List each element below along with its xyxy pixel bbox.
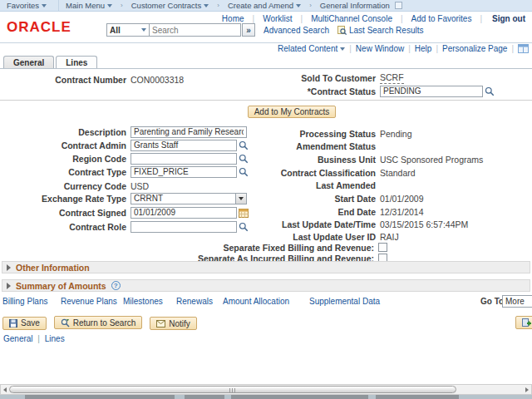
tab-general[interactable]: General bbox=[3, 56, 54, 69]
contract-admin-input[interactable] bbox=[131, 140, 237, 151]
general-form: Contract Number CON0003318 Sold To Custo… bbox=[0, 69, 532, 260]
breadcrumb-customer-contracts[interactable]: Customer Contracts bbox=[125, 0, 215, 12]
favorites-menu[interactable]: Favorites bbox=[0, 0, 59, 12]
save-button[interactable]: Save bbox=[2, 317, 47, 330]
contract-number-value: CON0003318 bbox=[131, 75, 184, 85]
header-links: Home | Worklist | MultiChannel Console |… bbox=[214, 14, 527, 23]
contract-signed-input[interactable] bbox=[131, 207, 237, 219]
notify-button[interactable]: Notify bbox=[150, 317, 197, 330]
expand-arrow-icon bbox=[7, 264, 11, 271]
tab-lines[interactable]: Lines bbox=[56, 56, 97, 69]
region-code-label: Region Code bbox=[0, 154, 126, 164]
exchange-rate-type-select[interactable]: CRRNT bbox=[131, 193, 247, 204]
scroll-left-arrow[interactable] bbox=[3, 387, 7, 392]
contract-type-label: Contract Type bbox=[0, 167, 126, 177]
breadcrumb-general-information: General Information bbox=[313, 0, 409, 12]
personalize-page-link[interactable]: Personalize Page bbox=[442, 44, 507, 53]
advanced-search-link[interactable]: Advanced Search bbox=[264, 26, 329, 35]
lookup-icon[interactable] bbox=[485, 86, 495, 96]
notify-icon bbox=[156, 320, 165, 328]
new-window-link[interactable]: New Window bbox=[356, 44, 404, 53]
return-to-search-button[interactable]: Return to Search bbox=[54, 316, 143, 329]
business-unit-value: USC Sponsored Programs bbox=[380, 155, 483, 165]
other-information-section[interactable]: Other Information bbox=[2, 261, 530, 273]
multichannel-console-link[interactable]: MultiChannel Console bbox=[303, 14, 401, 23]
start-date-label: Start Date bbox=[274, 194, 376, 204]
last-update-datetime-label: Last Update Date/Time bbox=[274, 219, 376, 229]
currency-code-value: USD bbox=[131, 181, 149, 191]
sold-to-customer-value[interactable]: SCRF bbox=[380, 72, 404, 84]
supplemental-data-link[interactable]: Supplemental Data bbox=[309, 297, 380, 306]
home-link[interactable]: Home bbox=[214, 14, 253, 23]
revenue-plans-link[interactable]: Revenue Plans bbox=[61, 297, 117, 306]
contract-status-input[interactable] bbox=[380, 86, 483, 97]
worklist-link[interactable]: Worklist bbox=[254, 14, 300, 23]
page-links-row: Billing Plans Revenue Plans Milestones R… bbox=[0, 297, 532, 310]
renewals-link[interactable]: Renewals bbox=[176, 297, 213, 306]
chevron-down-icon bbox=[42, 4, 47, 7]
calendar-icon[interactable] bbox=[239, 208, 249, 218]
section-divider bbox=[0, 100, 532, 101]
contract-admin-label: Contract Admin bbox=[0, 140, 126, 150]
processing-status-value: Pending bbox=[380, 129, 412, 139]
dropdown-button[interactable] bbox=[235, 194, 246, 204]
exchange-rate-type-label: Exchange Rate Type bbox=[0, 194, 126, 204]
add-to-my-contracts-button[interactable]: Add to My Contracts bbox=[248, 106, 336, 118]
footer-lines-link[interactable]: Lines bbox=[45, 334, 65, 343]
currency-code-label: Currency Code bbox=[0, 181, 126, 191]
search-scope-select[interactable]: All bbox=[106, 23, 150, 37]
grid-icon[interactable] bbox=[518, 44, 529, 53]
sign-out-link[interactable]: Sign out bbox=[482, 14, 527, 23]
help-icon[interactable]: ? bbox=[111, 281, 121, 290]
search-input[interactable] bbox=[150, 23, 241, 37]
scrollbar-thumb[interactable] bbox=[9, 386, 456, 393]
amount-allocation-link[interactable]: Amount Allocation bbox=[223, 297, 289, 306]
last-amended-label: Last Amended bbox=[274, 180, 376, 190]
chevron-down-icon bbox=[296, 4, 301, 7]
footer-general-link[interactable]: General bbox=[3, 334, 33, 343]
region-code-input[interactable] bbox=[131, 153, 237, 165]
last-update-datetime-value: 03/15/2015 6:57:44PM bbox=[380, 219, 468, 229]
contract-classification-value: Standard bbox=[380, 168, 416, 178]
horizontal-scrollbar[interactable] bbox=[0, 384, 532, 395]
lookup-icon[interactable] bbox=[239, 154, 249, 164]
toolbar: Save Return to Search Notify Add bbox=[2, 316, 532, 330]
end-date-label: End Date bbox=[274, 207, 376, 217]
contract-role-input[interactable] bbox=[131, 221, 237, 233]
goto-select[interactable]: More bbox=[502, 295, 532, 308]
search-go-button[interactable]: » bbox=[242, 23, 255, 37]
related-content-menu[interactable]: Related Content bbox=[278, 44, 345, 53]
chevron-down-icon bbox=[204, 4, 209, 7]
lookup-icon[interactable] bbox=[239, 167, 249, 177]
summary-of-amounts-section[interactable]: Summary of Amounts ? bbox=[2, 279, 530, 292]
breadcrumb-main-menu[interactable]: Main Menu bbox=[59, 0, 119, 12]
breadcrumb-create-and-amend[interactable]: Create and Amend bbox=[221, 0, 308, 12]
add-button[interactable]: Add bbox=[515, 316, 532, 329]
separate-fixed-billing-checkbox[interactable] bbox=[378, 243, 387, 252]
contract-signed-label: Contract Signed bbox=[0, 208, 126, 218]
scroll-right-arrow[interactable] bbox=[525, 387, 529, 392]
lookup-icon[interactable] bbox=[239, 222, 249, 232]
contract-role-label: Contract Role bbox=[0, 222, 126, 232]
description-input[interactable] bbox=[131, 126, 247, 138]
contract-number-label: Contract Number bbox=[0, 75, 126, 85]
start-date-value: 01/01/2009 bbox=[380, 194, 424, 204]
add-to-favorites-link[interactable]: Add to Favorites bbox=[403, 14, 480, 23]
peoplesoft-page: Favorites Main Menu › Customer Contracts… bbox=[0, 0, 532, 399]
help-link[interactable]: Help bbox=[415, 44, 432, 53]
favorites-label: Favorites bbox=[7, 1, 39, 10]
billing-plans-link[interactable]: Billing Plans bbox=[2, 297, 47, 306]
end-date-value: 12/31/2014 bbox=[380, 207, 424, 217]
search-results-icon bbox=[337, 26, 347, 35]
last-update-user-id-value: RAIJ bbox=[380, 232, 399, 242]
last-search-results-link[interactable]: Last Search Results bbox=[337, 26, 424, 35]
tab-bar: General Lines bbox=[3, 56, 97, 69]
lookup-icon[interactable] bbox=[239, 140, 249, 150]
contract-type-input[interactable] bbox=[131, 166, 237, 178]
chevron-down-icon bbox=[141, 28, 146, 32]
return-to-search-icon bbox=[61, 318, 70, 328]
last-update-user-id-label: Last Update User ID bbox=[274, 232, 376, 242]
contract-classification-label: Contract Classification bbox=[274, 168, 376, 178]
other-information-title: Other Information bbox=[16, 263, 90, 273]
milestones-link[interactable]: Milestones bbox=[123, 297, 163, 306]
